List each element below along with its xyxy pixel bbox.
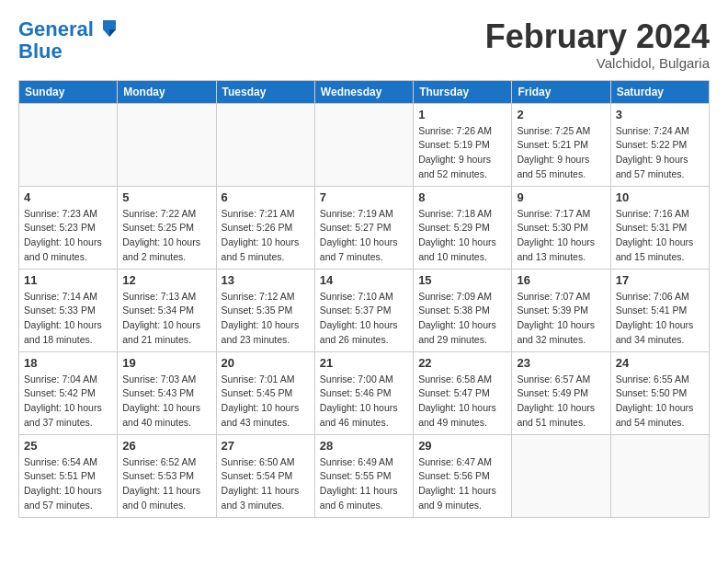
calendar-week-row: 4Sunrise: 7:23 AMSunset: 5:23 PMDaylight… [19, 186, 710, 269]
day-number: 10 [616, 190, 704, 204]
calendar-day-cell: 13Sunrise: 7:12 AMSunset: 5:35 PMDayligh… [216, 269, 314, 351]
calendar-day-cell: 18Sunrise: 7:04 AMSunset: 5:42 PMDayligh… [19, 351, 118, 434]
logo-icon [101, 18, 118, 39]
location: Valchidol, Bulgaria [485, 55, 710, 71]
day-number: 3 [616, 108, 704, 121]
day-number: 22 [418, 356, 506, 370]
day-number: 5 [122, 190, 210, 204]
day-number: 16 [517, 273, 605, 287]
logo: General Blue [18, 18, 118, 63]
calendar-week-row: 25Sunrise: 6:54 AMSunset: 5:51 PMDayligh… [19, 434, 710, 517]
day-number: 6 [222, 190, 310, 204]
day-info: Sunrise: 7:21 AMSunset: 5:26 PMDaylight:… [222, 207, 310, 265]
weekday-header-cell: Wednesday [314, 80, 413, 103]
day-number: 7 [320, 190, 408, 204]
day-info: Sunrise: 7:03 AMSunset: 5:43 PMDaylight:… [122, 373, 210, 431]
calendar-day-cell: 25Sunrise: 6:54 AMSunset: 5:51 PMDayligh… [19, 434, 118, 517]
day-info: Sunrise: 7:06 AMSunset: 5:41 PMDaylight:… [616, 290, 704, 348]
month-title: February 2024 [485, 18, 710, 55]
day-info: Sunrise: 7:14 AMSunset: 5:33 PMDaylight:… [24, 290, 112, 348]
weekday-header-cell: Friday [512, 80, 610, 103]
day-info: Sunrise: 7:09 AMSunset: 5:38 PMDaylight:… [418, 290, 506, 348]
day-number: 12 [122, 273, 210, 287]
day-number: 13 [222, 273, 310, 287]
calendar-day-cell: 6Sunrise: 7:21 AMSunset: 5:26 PMDaylight… [216, 186, 314, 269]
day-number: 2 [517, 108, 605, 121]
day-number: 26 [122, 439, 210, 453]
day-number: 24 [616, 356, 704, 370]
calendar-day-cell: 26Sunrise: 6:52 AMSunset: 5:53 PMDayligh… [118, 434, 216, 517]
day-number: 27 [222, 439, 310, 453]
day-number: 25 [24, 439, 112, 453]
calendar-day-cell [314, 103, 413, 186]
day-info: Sunrise: 7:12 AMSunset: 5:35 PMDaylight:… [222, 290, 310, 348]
calendar-day-cell [118, 103, 216, 186]
weekday-header-cell: Saturday [610, 80, 709, 103]
day-info: Sunrise: 7:22 AMSunset: 5:25 PMDaylight:… [122, 207, 210, 265]
calendar-day-cell: 19Sunrise: 7:03 AMSunset: 5:43 PMDayligh… [118, 351, 216, 434]
calendar-day-cell: 16Sunrise: 7:07 AMSunset: 5:39 PMDayligh… [512, 269, 610, 351]
calendar-table: SundayMondayTuesdayWednesdayThursdayFrid… [18, 80, 710, 518]
day-number: 15 [418, 273, 506, 287]
day-number: 29 [418, 439, 506, 453]
day-info: Sunrise: 6:54 AMSunset: 5:51 PMDaylight:… [24, 455, 112, 513]
day-info: Sunrise: 7:25 AMSunset: 5:21 PMDaylight:… [517, 124, 605, 182]
calendar-day-cell: 12Sunrise: 7:13 AMSunset: 5:34 PMDayligh… [118, 269, 216, 351]
day-info: Sunrise: 7:26 AMSunset: 5:19 PMDaylight:… [418, 124, 506, 182]
day-info: Sunrise: 7:01 AMSunset: 5:45 PMDaylight:… [222, 373, 310, 431]
day-info: Sunrise: 6:49 AMSunset: 5:55 PMDaylight:… [320, 455, 408, 513]
calendar-day-cell [19, 103, 118, 186]
day-info: Sunrise: 6:47 AMSunset: 5:56 PMDaylight:… [418, 455, 506, 513]
page-header: General Blue February 2024 Valchidol, Bu… [18, 18, 710, 71]
logo-text: General Blue [18, 18, 118, 63]
calendar-day-cell [610, 434, 709, 517]
weekday-header-cell: Tuesday [216, 80, 314, 103]
day-info: Sunrise: 6:58 AMSunset: 5:47 PMDaylight:… [418, 373, 506, 431]
calendar-day-cell: 14Sunrise: 7:10 AMSunset: 5:37 PMDayligh… [314, 269, 413, 351]
calendar-day-cell: 17Sunrise: 7:06 AMSunset: 5:41 PMDayligh… [610, 269, 709, 351]
day-info: Sunrise: 7:04 AMSunset: 5:42 PMDaylight:… [24, 373, 112, 431]
weekday-header-cell: Monday [118, 80, 216, 103]
day-info: Sunrise: 7:07 AMSunset: 5:39 PMDaylight:… [517, 290, 605, 348]
day-number: 11 [24, 273, 112, 287]
weekday-header-cell: Thursday [414, 80, 512, 103]
day-number: 28 [320, 439, 408, 453]
day-number: 17 [616, 273, 704, 287]
calendar-day-cell: 2Sunrise: 7:25 AMSunset: 5:21 PMDaylight… [512, 103, 610, 186]
calendar-day-cell: 5Sunrise: 7:22 AMSunset: 5:25 PMDaylight… [118, 186, 216, 269]
day-number: 8 [418, 190, 506, 204]
calendar-day-cell: 28Sunrise: 6:49 AMSunset: 5:55 PMDayligh… [314, 434, 413, 517]
calendar-day-cell: 27Sunrise: 6:50 AMSunset: 5:54 PMDayligh… [216, 434, 314, 517]
day-number: 23 [517, 356, 605, 370]
day-info: Sunrise: 7:18 AMSunset: 5:29 PMDaylight:… [418, 207, 506, 265]
calendar-day-cell: 9Sunrise: 7:17 AMSunset: 5:30 PMDaylight… [512, 186, 610, 269]
calendar-day-cell [216, 103, 314, 186]
calendar-week-row: 1Sunrise: 7:26 AMSunset: 5:19 PMDaylight… [19, 103, 710, 186]
calendar-week-row: 11Sunrise: 7:14 AMSunset: 5:33 PMDayligh… [19, 269, 710, 351]
day-number: 18 [24, 356, 112, 370]
day-info: Sunrise: 6:57 AMSunset: 5:49 PMDaylight:… [517, 373, 605, 431]
day-info: Sunrise: 7:17 AMSunset: 5:30 PMDaylight:… [517, 207, 605, 265]
weekday-header-row: SundayMondayTuesdayWednesdayThursdayFrid… [19, 80, 710, 103]
day-info: Sunrise: 7:16 AMSunset: 5:31 PMDaylight:… [616, 207, 704, 265]
day-info: Sunrise: 7:00 AMSunset: 5:46 PMDaylight:… [320, 373, 408, 431]
svg-marker-1 [109, 29, 116, 37]
day-info: Sunrise: 7:23 AMSunset: 5:23 PMDaylight:… [24, 207, 112, 265]
day-info: Sunrise: 6:52 AMSunset: 5:53 PMDaylight:… [122, 455, 210, 513]
day-number: 9 [517, 190, 605, 204]
weekday-header-cell: Sunday [19, 80, 118, 103]
day-info: Sunrise: 7:19 AMSunset: 5:27 PMDaylight:… [320, 207, 408, 265]
day-number: 4 [24, 190, 112, 204]
calendar-day-cell: 7Sunrise: 7:19 AMSunset: 5:27 PMDaylight… [314, 186, 413, 269]
day-number: 19 [122, 356, 210, 370]
day-number: 20 [222, 356, 310, 370]
day-info: Sunrise: 7:13 AMSunset: 5:34 PMDaylight:… [122, 290, 210, 348]
calendar-day-cell: 3Sunrise: 7:24 AMSunset: 5:22 PMDaylight… [610, 103, 709, 186]
calendar-week-row: 18Sunrise: 7:04 AMSunset: 5:42 PMDayligh… [19, 351, 710, 434]
calendar-day-cell: 21Sunrise: 7:00 AMSunset: 5:46 PMDayligh… [314, 351, 413, 434]
calendar-day-cell: 15Sunrise: 7:09 AMSunset: 5:38 PMDayligh… [414, 269, 512, 351]
day-info: Sunrise: 7:24 AMSunset: 5:22 PMDaylight:… [616, 124, 704, 182]
calendar-day-cell: 20Sunrise: 7:01 AMSunset: 5:45 PMDayligh… [216, 351, 314, 434]
calendar-day-cell: 22Sunrise: 6:58 AMSunset: 5:47 PMDayligh… [414, 351, 512, 434]
day-info: Sunrise: 6:50 AMSunset: 5:54 PMDaylight:… [222, 455, 310, 513]
